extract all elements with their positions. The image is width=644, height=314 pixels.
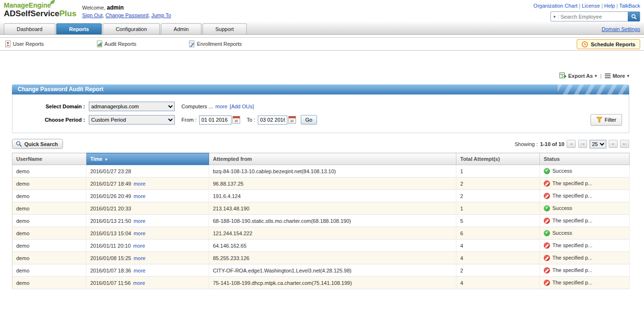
search-input[interactable] (559, 14, 628, 20)
blocked-icon (544, 180, 550, 187)
time-cell: 2016/01/08 15:25more (86, 252, 209, 264)
time-more-link[interactable]: more (134, 255, 146, 261)
attempts-cell: 1 (456, 202, 540, 215)
blocked-icon (544, 242, 550, 249)
tab-support[interactable]: Support (202, 23, 247, 34)
top-link-organization-chart[interactable]: Organization Chart (533, 3, 577, 9)
time-cell: 2016/01/21 20:33 (86, 202, 209, 215)
link-separator: | (615, 3, 619, 9)
attempted-from-cell: 85.255.233.126 (209, 252, 456, 264)
subnav-item-audit-reports[interactable]: Audit Reports (96, 41, 137, 47)
time-more-link[interactable]: more (133, 243, 145, 249)
session-link-jump-to[interactable]: Jump To (151, 12, 171, 18)
time-cell: 2016/01/07 11:56more (86, 277, 209, 289)
time-more-link[interactable]: more (134, 268, 146, 273)
schedule-reports-button[interactable]: Schedule Reports (577, 39, 640, 49)
col-status[interactable]: Status (540, 153, 630, 165)
session-link-change-password[interactable]: Change Password (106, 12, 148, 18)
report-panel: Change Password Audit Report Select Doma… (12, 84, 629, 133)
subnav-item-enrollment-reports[interactable]: Enrollment Reports (189, 41, 242, 47)
last-page-button[interactable]: ►| (620, 140, 629, 148)
time-more-link[interactable]: more (133, 280, 145, 286)
top-link-help[interactable]: Help (604, 3, 615, 9)
domain-settings-link[interactable]: Domain Settings (602, 26, 640, 32)
top-link-talkback[interactable]: TalkBack (619, 3, 640, 9)
tab-bar: DashboardReportsConfigurationAdminSuppor… (0, 22, 644, 35)
username-cell: demo (12, 190, 86, 202)
success-icon (544, 230, 550, 236)
table-row: demo2016/01/26 20:49more191.6.4.1242The … (12, 190, 630, 202)
export-as-button[interactable]: Export As ▾ (560, 73, 597, 79)
next-page-button[interactable]: ► (609, 140, 618, 148)
col-time-label: Time (90, 156, 102, 162)
attempts-cell: 5 (456, 215, 540, 227)
from-calendar-icon[interactable]: 30 (232, 116, 240, 124)
time-more-link[interactable]: more (134, 230, 146, 236)
brand-text: ManageEngine (4, 1, 51, 9)
tab-reports[interactable]: Reports (56, 23, 102, 34)
time-more-link[interactable]: more (134, 193, 146, 199)
to-calendar-icon[interactable]: 30 (288, 116, 296, 124)
go-button[interactable]: Go (301, 115, 317, 125)
add-ous-link[interactable]: [Add OUs] (230, 104, 254, 109)
time-cell: 2016/01/26 20:49more (86, 190, 209, 202)
prev-page-button[interactable]: |◄ (578, 140, 587, 148)
top-links: Organization Chart | License | Help | Ta… (533, 3, 640, 9)
tab-admin[interactable]: Admin (161, 23, 201, 34)
time-cell: 2016/01/27 18:49more (86, 178, 209, 190)
username-cell: demo (12, 165, 86, 178)
table-row: demo2016/01/07 18:36moreCITY-OF-ROA.edge… (12, 264, 630, 277)
table-row: demo2016/01/08 15:25more85.255.233.1264T… (12, 252, 630, 264)
status-text: Success (552, 168, 572, 174)
choose-period-label: Choose Period : (12, 117, 89, 123)
more-menu-button[interactable]: More ▾ (605, 73, 629, 79)
computers-more-link[interactable]: more (215, 104, 227, 109)
subnav-item-user-reports[interactable]: User Reports (5, 41, 44, 47)
col-total-attempts[interactable]: Total Attempt(s) (456, 153, 540, 165)
page-size-select[interactable]: 25 (590, 140, 606, 148)
username-cell: demo (12, 215, 86, 227)
link-separator: | (600, 3, 604, 9)
from-label: From : (181, 117, 197, 123)
tab-dashboard[interactable]: Dashboard (4, 23, 55, 34)
period-select[interactable]: Custom Period (89, 115, 175, 125)
username-cell: demo (12, 264, 86, 277)
time-cell: 2016/01/07 18:36more (86, 264, 209, 277)
from-date-input[interactable] (199, 115, 232, 125)
status-text: The specified p... (552, 280, 592, 285)
search-scope-caret-icon[interactable]: ▾ (551, 14, 559, 19)
time-more-link[interactable]: more (134, 181, 146, 187)
session-link-sign-out[interactable]: Sign Out (82, 12, 103, 18)
schedule-reports-label: Schedule Reports (591, 42, 635, 47)
attempts-cell: 1 (456, 165, 540, 178)
table-row: demo2016/01/07 11:56more75-141-108-199.d… (12, 277, 630, 289)
more-label: More (612, 73, 625, 79)
attempts-cell: 2 (456, 178, 540, 190)
time-cell: 2016/01/13 15:04more (86, 227, 209, 240)
to-date-input[interactable] (258, 115, 287, 125)
attempts-cell: 4 (456, 240, 540, 252)
col-time[interactable]: Time▼ (86, 153, 209, 165)
tab-configuration[interactable]: Configuration (103, 23, 159, 34)
search-button[interactable] (628, 11, 640, 21)
showing-label: Showing : (515, 141, 538, 147)
domain-select[interactable]: admanagerplus.com (89, 102, 175, 111)
filter-button[interactable]: Filter (591, 114, 622, 126)
filter-label: Filter (605, 117, 616, 123)
status-text: The specified p... (552, 242, 592, 248)
status-cell: The specified p... (540, 240, 630, 252)
col-username[interactable]: UserName (12, 153, 86, 165)
table-row: demo2016/01/27 18:49more96.88.137.252The… (12, 178, 630, 190)
quick-search-button[interactable]: Quick Search (12, 139, 63, 149)
report-title-bar: Change Password Audit Report (12, 84, 629, 94)
status-text: The specified p... (552, 218, 592, 223)
username-cell: demo (12, 252, 86, 264)
blocked-icon (544, 218, 550, 224)
product-name: ADSelfServicePlus (4, 9, 76, 19)
export-icon (560, 73, 566, 79)
col-attempted-from[interactable]: Attempted from (209, 153, 456, 165)
top-link-license[interactable]: License (582, 3, 600, 9)
select-domain-label: Select Domain : (12, 104, 89, 109)
time-more-link[interactable]: more (134, 218, 146, 224)
first-page-button[interactable]: ◄ (567, 140, 576, 148)
